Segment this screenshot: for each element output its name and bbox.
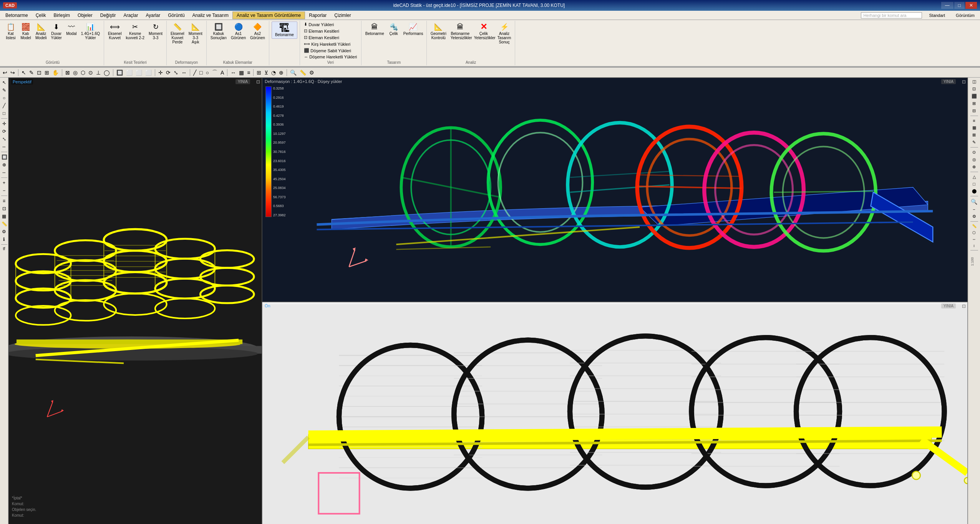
toolbar-draw[interactable]: ✎ [28, 69, 35, 76]
search-box[interactable]: Herhangi bir komut ara [861, 12, 922, 18]
lt-arrow[interactable]: ↖ [1, 79, 8, 86]
menu-analiz-goruntuleme[interactable]: Analiz ve Tasarım Görüntüleme [232, 12, 305, 19]
toolbar-front-view[interactable]: ⬜ [125, 69, 134, 76]
toolbar-line[interactable]: ╱ [192, 69, 197, 76]
rp-tool1[interactable]: ◫ [970, 78, 979, 85]
performans-button[interactable]: 📈 Performans [402, 22, 424, 36]
toolbar-3d-view[interactable]: 🔲 [115, 69, 124, 76]
duvar-yukler-button[interactable]: ⬇ DuvarYükler [49, 22, 63, 41]
close-button[interactable]: ✕ [965, 2, 977, 9]
toolbar-snap-grid[interactable]: ⊠ [64, 69, 71, 76]
yukler-button[interactable]: 📊 1.4G+1.6QYükler [80, 22, 101, 41]
vp-tl-vinia[interactable]: YINIA [235, 79, 250, 84]
menu-birlesim[interactable]: Birleşim [50, 12, 74, 19]
vp-tr-vinia[interactable]: YINIA [941, 79, 956, 84]
eleman-kesitleri2-button[interactable]: ⊡ Eleman Kesitleri [302, 35, 340, 40]
lt-move[interactable]: ✛ [1, 120, 8, 127]
rp-settings[interactable]: ⚙ [970, 213, 979, 220]
toolbar-extra3[interactable]: ⚙ [308, 69, 315, 76]
menu-objeler[interactable]: Objeler [74, 12, 96, 19]
viewport-perspective[interactable]: Perspektif YINIA ⊡ [8, 78, 262, 524]
maximize-button[interactable]: □ [954, 2, 965, 9]
rp-extra1[interactable]: 📏 [970, 223, 979, 229]
rp-tool2[interactable]: ⊡ [970, 86, 979, 92]
lt-grid[interactable]: ▦ [1, 213, 8, 220]
modal-button[interactable]: 〰 Modal [65, 22, 78, 36]
toolbar-snap-perp[interactable]: ⊥ [95, 69, 102, 76]
as1-goruntu-button[interactable]: 🔵 As1Görünen [229, 22, 247, 41]
rp-tool14[interactable]: □ [970, 181, 979, 187]
lt-info[interactable]: ℹ [1, 236, 8, 243]
rp-tool10[interactable]: ⊙ [970, 149, 979, 156]
toolbar-ortho[interactable]: ⊻ [263, 69, 269, 76]
toolbar-layers[interactable]: ≡ [246, 69, 251, 76]
lt-dim[interactable]: ↔ [1, 169, 8, 176]
toolbar-snap-center[interactable]: ⊙ [87, 69, 94, 76]
lt-measure[interactable]: 📏 [1, 221, 8, 227]
toolbar-scale[interactable]: ⤡ [172, 69, 179, 76]
toolbar-pan[interactable]: ✋ [51, 69, 60, 76]
menu-degistir[interactable]: Değiştir [96, 12, 120, 19]
lt-mirror[interactable]: ↔ [1, 143, 8, 150]
menu-celik[interactable]: Çelik [32, 12, 50, 19]
kabuk-sonuclari-button[interactable]: 🔲 KabukSonuçları [209, 22, 228, 41]
toolbar-top-view[interactable]: ⬜ [144, 69, 153, 76]
toolbar-snap-mid[interactable]: ⬡ [80, 69, 86, 76]
lt-zoom-out[interactable]: − [1, 187, 8, 194]
rp-extra4[interactable]: ↕ [970, 243, 979, 249]
rp-zoom-out[interactable]: − [970, 206, 979, 212]
rp-tool5[interactable]: ⊟ [970, 108, 979, 114]
analiz-modeli-button[interactable]: 📐 AnalizModeli [34, 22, 48, 41]
toolbar-zoom-window[interactable]: ⊞ [43, 69, 50, 76]
eksenel-kuvvet-button[interactable]: ⟺ EksenelKuvvet [106, 22, 123, 41]
kati-model-button[interactable]: 🧱 KatıModel [19, 22, 33, 41]
toolbar-rotate[interactable]: ⟳ [165, 69, 172, 76]
vp-tl-maximize[interactable]: ⊡ [256, 79, 260, 85]
rp-tool9[interactable]: ✎ [970, 139, 979, 146]
lt-settings[interactable]: ⚙ [1, 228, 8, 235]
menu-goruntu[interactable]: Görüntü [164, 12, 188, 19]
eksenel-kuvvet-perde-button[interactable]: 📏 EksenelKuvvetPerde [169, 22, 186, 45]
rp-tool7[interactable]: ▦ [970, 124, 979, 131]
rp-tool8[interactable]: ⊠ [970, 132, 979, 138]
toolbar-undo[interactable]: ↩ [2, 69, 8, 76]
lt-scale[interactable]: ⤡ [1, 136, 8, 143]
rp-tool3[interactable]: ⬛ [970, 93, 979, 99]
rp-zoom-in[interactable]: 🔍 [970, 198, 979, 206]
doseme-hareketli-button[interactable]: ↔ Döşeme Hareketli Yükleri [302, 54, 358, 60]
minimize-button[interactable]: — [941, 2, 953, 9]
toolbar-redo[interactable]: ↪ [9, 69, 16, 76]
geometri-kontrol-button[interactable]: 📐 GeometriKontrolü [429, 22, 448, 41]
lt-layers[interactable]: ≡ [1, 197, 8, 204]
viewport-front[interactable]: Ön YINIA ⊡ [262, 302, 968, 524]
toolbar-dim[interactable]: ↔ [229, 69, 237, 76]
toolbar-snap-endpoint[interactable]: ◎ [72, 69, 79, 76]
lt-draw[interactable]: ✎ [1, 87, 8, 94]
toolbar-mirror[interactable]: ↔ [180, 69, 188, 76]
celik-yetersiz-button[interactable]: ✕ ÇelikYetersizlikler [473, 22, 495, 41]
betonarme-yetersiz-button[interactable]: 🏛 BetonarmeYetersizlikler [449, 22, 471, 41]
lt-rotate[interactable]: ⟳ [1, 128, 8, 135]
lt-snap[interactable]: ⊕ [1, 161, 8, 168]
lt-3d[interactable]: 🔲 [1, 154, 8, 161]
lt-properties[interactable]: ⊡ [1, 205, 8, 212]
toolbar-rect[interactable]: □ [198, 69, 204, 76]
lt-rect[interactable]: □ [1, 110, 8, 117]
duvar-yukleri-button[interactable]: ⬇ Duvar Yükleri [302, 22, 335, 27]
as2-goruntu-button[interactable]: 🔶 As2Görünen [249, 22, 267, 41]
toolbar-hatch[interactable]: ▦ [238, 69, 245, 76]
menu-betonarme[interactable]: Betonarme [2, 12, 32, 19]
rp-tool4[interactable]: ⊞ [970, 100, 979, 107]
eleman-kesitleri-button[interactable]: ⊡ Eleman Kesitleri [302, 28, 340, 34]
toolbar-zoom-extents[interactable]: ⊡ [36, 69, 43, 76]
moment-33-button[interactable]: ↻ Moment3-3 [147, 22, 164, 41]
rp-tool12[interactable]: ⊕ [970, 164, 979, 170]
analiz-tasarim-sonuc-button[interactable]: ⚡ AnalizTasarımSonuç [496, 22, 513, 45]
lt-line[interactable]: ╱ [1, 102, 8, 109]
rp-tool13[interactable]: △ [970, 174, 979, 180]
menu-araclar[interactable]: Araçlar [119, 12, 142, 19]
celik-tasarim-button[interactable]: 🔩 Çelik [387, 22, 401, 36]
toolbar-circle[interactable]: ○ [204, 69, 210, 76]
toolbar-extra2[interactable]: 📏 [298, 69, 307, 76]
betonarme-tasarim-button[interactable]: 🏛 Betonarme [364, 22, 386, 36]
